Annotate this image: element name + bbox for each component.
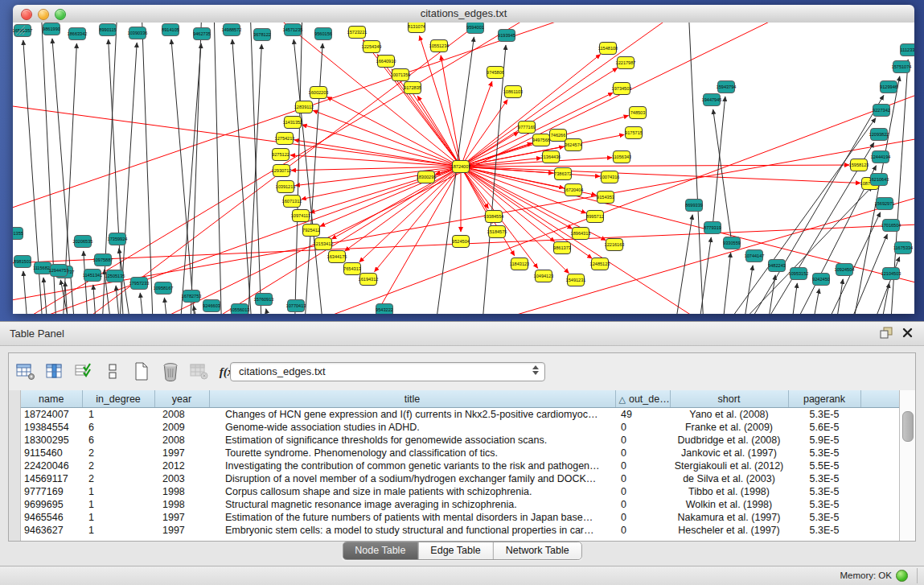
scrollbar-thumb[interactable] bbox=[902, 411, 914, 442]
network-node[interactable]: 15692971 bbox=[875, 198, 895, 210]
network-node[interactable]: 12254349 bbox=[362, 41, 382, 53]
network-node[interactable]: 8914105 bbox=[162, 24, 179, 36]
network-node[interactable]: 17359924 bbox=[108, 233, 128, 245]
network-edge[interactable] bbox=[331, 167, 461, 239]
network-node[interactable]: 9462735 bbox=[193, 28, 211, 40]
tab-network-table[interactable]: Network Table bbox=[493, 542, 581, 559]
network-node[interactable]: 12093822 bbox=[869, 129, 889, 141]
network-node[interactable]: 10770413 bbox=[286, 300, 306, 312]
network-node[interactable]: 12930712 bbox=[272, 165, 292, 177]
table-row[interactable]: 969969511998Structural magnetic resonanc… bbox=[21, 498, 899, 511]
network-node[interactable]: 12754213 bbox=[275, 133, 295, 145]
network-node[interactable]: 11843123 bbox=[510, 258, 529, 270]
network-edge[interactable] bbox=[461, 167, 555, 241]
network-node[interactable]: 8779319 bbox=[704, 222, 721, 234]
network-edge[interactable] bbox=[461, 167, 569, 274]
float-panel-icon[interactable] bbox=[880, 327, 893, 339]
network-node[interactable]: 746266 bbox=[550, 130, 567, 142]
show-columns-icon[interactable] bbox=[44, 360, 65, 383]
network-node[interactable]: 11451341 bbox=[83, 270, 102, 282]
network-node[interactable]: 8699339 bbox=[685, 200, 703, 212]
column-header-name[interactable]: name bbox=[21, 390, 82, 408]
column-header-out_degree[interactable]: △out_de… bbox=[615, 390, 670, 408]
network-node[interactable]: 10551234 bbox=[429, 40, 450, 52]
network-edge[interactable] bbox=[415, 192, 914, 314]
network-edge[interactable] bbox=[420, 35, 461, 167]
network-edge[interactable] bbox=[140, 293, 146, 314]
network-node[interactable]: 10074316 bbox=[600, 171, 620, 183]
network-node[interactable]: 18663342 bbox=[68, 28, 88, 40]
network-node[interactable]: 11548108 bbox=[598, 43, 618, 55]
network-node[interactable]: 12505135 bbox=[105, 270, 125, 282]
network-edge[interactable] bbox=[789, 283, 797, 314]
network-node[interactable]: 9275122 bbox=[272, 149, 290, 161]
network-node[interactable]: 748503 bbox=[630, 107, 647, 119]
network-edge[interactable] bbox=[461, 167, 860, 183]
network-node[interactable]: 11675334 bbox=[893, 242, 913, 254]
network-node[interactable]: 12839112 bbox=[294, 101, 314, 113]
network-node[interactable]: 12216163 bbox=[605, 239, 625, 251]
network-node[interactable]: 10924504 bbox=[835, 264, 855, 276]
network-edge[interactable] bbox=[178, 43, 201, 314]
network-node[interactable]: 9193945 bbox=[498, 30, 515, 42]
network-node[interactable]: 17016504 bbox=[881, 220, 901, 232]
resize-grip-icon[interactable] bbox=[13, 23, 26, 35]
network-node[interactable]: 16782753 bbox=[182, 290, 202, 303]
network-node[interactable]: 16002203 bbox=[309, 87, 329, 99]
network-node[interactable]: 7386372 bbox=[554, 168, 572, 180]
network-node[interactable]: 10974113 bbox=[291, 210, 310, 222]
column-header-year[interactable]: year bbox=[154, 390, 209, 408]
network-node[interactable]: 8990115 bbox=[99, 24, 116, 36]
close-panel-icon[interactable] bbox=[902, 328, 913, 338]
network-edge[interactable] bbox=[461, 167, 737, 314]
network-node[interactable]: 12485123 bbox=[590, 258, 610, 270]
table-row[interactable]: 1872400712008Changes of HCN gene express… bbox=[21, 408, 899, 422]
network-edge[interactable] bbox=[713, 118, 876, 314]
network-node[interactable]: 15184575 bbox=[487, 226, 507, 238]
network-node[interactable]: 16194312 bbox=[359, 274, 379, 286]
network-window-titlebar[interactable]: citations_edges.txt bbox=[13, 5, 914, 23]
network-node[interactable]: 15491231 bbox=[566, 274, 586, 286]
network-node[interactable]: 16210643 bbox=[869, 174, 889, 186]
network-node[interactable]: 19447945 bbox=[702, 94, 722, 106]
network-node[interactable]: 9861990 bbox=[43, 23, 60, 35]
table-row[interactable]: 946554611997Estimation of the future num… bbox=[21, 511, 899, 524]
table-settings-icon[interactable] bbox=[15, 360, 36, 383]
network-node[interactable]: 12104503 bbox=[881, 268, 901, 280]
network-edge[interactable] bbox=[721, 187, 873, 314]
network-node[interactable]: 17957233 bbox=[129, 278, 150, 290]
network-node[interactable]: 1112334 bbox=[901, 44, 915, 56]
network-node[interactable]: 9745806 bbox=[487, 67, 504, 79]
network-edge[interactable] bbox=[377, 55, 461, 167]
table-scrollbar[interactable] bbox=[899, 390, 915, 541]
network-edge[interactable] bbox=[302, 43, 322, 314]
select-rows-icon[interactable] bbox=[73, 360, 94, 383]
network-node[interactable]: 14571235 bbox=[283, 24, 303, 36]
network-node[interactable]: 16344175 bbox=[327, 251, 347, 263]
network-edge[interactable] bbox=[721, 253, 731, 314]
network-edge[interactable] bbox=[461, 165, 849, 167]
network-edge[interactable] bbox=[194, 306, 202, 314]
network-node[interactable]: 9242450 bbox=[812, 274, 830, 286]
network-node[interactable]: 8131074 bbox=[408, 23, 425, 33]
column-header-pagerank[interactable]: pagerank bbox=[788, 390, 860, 408]
table-row[interactable]: 2242004622012Investigating the contribut… bbox=[21, 459, 899, 472]
network-edge[interactable] bbox=[266, 309, 274, 314]
table-select[interactable]: citations_edges.txt bbox=[230, 362, 545, 381]
network-edge[interactable] bbox=[809, 289, 819, 314]
table-row[interactable]: 977716911998Corpus callosum shape and si… bbox=[21, 485, 899, 498]
table-row[interactable]: 1456911722003Disruption of a novel membe… bbox=[21, 472, 899, 485]
network-edge[interactable] bbox=[713, 97, 725, 228]
network-node[interactable]: 12444194 bbox=[871, 151, 891, 163]
network-node[interactable]: 10975887 bbox=[93, 254, 113, 266]
network-node[interactable]: 19384554 bbox=[484, 211, 504, 223]
network-edge[interactable] bbox=[93, 285, 97, 314]
network-node[interactable]: 15958123 bbox=[849, 159, 869, 171]
network-edge[interactable] bbox=[696, 237, 711, 314]
network-edge[interactable] bbox=[741, 266, 753, 314]
create-column-icon[interactable] bbox=[131, 360, 152, 383]
delete-trash-icon[interactable] bbox=[160, 360, 181, 383]
network-node[interactable]: 9497568 bbox=[532, 134, 550, 146]
tab-edge-table[interactable]: Edge Table bbox=[417, 542, 492, 559]
column-header-filler[interactable] bbox=[860, 390, 899, 408]
